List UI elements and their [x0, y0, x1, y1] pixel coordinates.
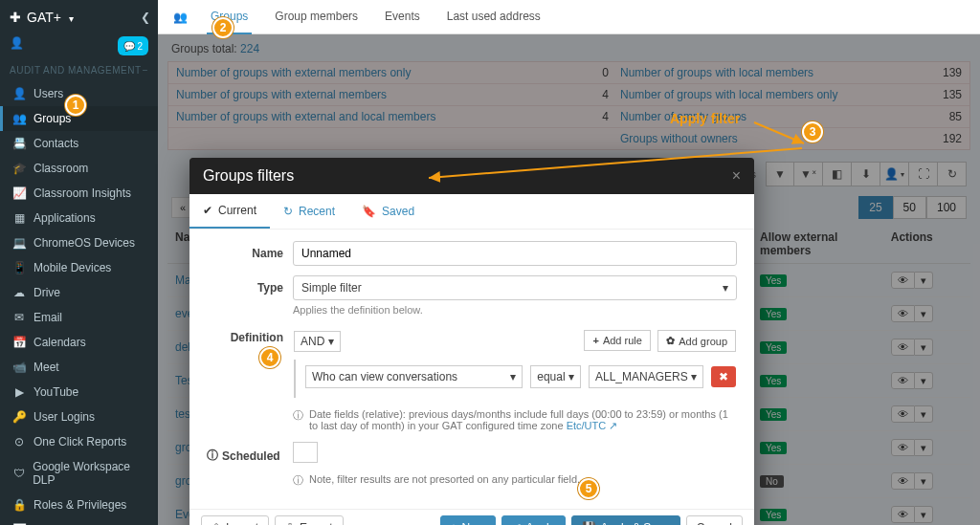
youtube-icon: ▶ — [12, 385, 26, 399]
cancel-button[interactable]: Cancel — [686, 515, 743, 525]
refresh-icon[interactable]: ↻ — [938, 162, 967, 186]
import-button[interactable]: ⇧Import — [201, 515, 269, 525]
condition-select[interactable]: AND ▾ — [294, 331, 341, 352]
groups-total-value: 224 — [240, 42, 259, 55]
view-action[interactable]: 👁 — [891, 439, 915, 456]
stat-value — [588, 132, 609, 145]
stat-link[interactable]: Number of groups with local members only — [620, 88, 837, 101]
stat-link[interactable]: Number of groups with local members — [620, 66, 813, 79]
page-size-100[interactable]: 100 — [926, 196, 967, 219]
save-icon: 💾 — [582, 521, 596, 525]
action-dropdown[interactable]: ▾ — [915, 472, 933, 490]
sidebar-item-calendars[interactable]: 📅Calendars — [0, 330, 158, 355]
sidebar-item-applications[interactable]: ▦Applications — [0, 206, 158, 230]
tab-last-used-address[interactable]: Last used address — [443, 0, 545, 34]
new-button[interactable]: +New — [440, 515, 496, 525]
sidebar-item-contacts[interactable]: 📇Contacts — [0, 131, 158, 156]
apply-save-button[interactable]: 💾Apply & Save — [571, 515, 680, 525]
add-group-button[interactable]: ✿Add group — [657, 330, 736, 352]
view-action[interactable]: 👁 — [891, 305, 915, 322]
brand-bar[interactable]: ✚ GAT+ ❮ — [0, 0, 158, 34]
apply-button[interactable]: ✔Apply — [501, 515, 566, 525]
sidebar-item-chromeos-devices[interactable]: 💻ChromeOS Devices — [0, 230, 158, 255]
scheduled-field[interactable] — [293, 442, 318, 463]
sidebar-item-label: Calendars — [33, 336, 86, 349]
sidebar-item-mobile-devices[interactable]: 📱Mobile Devices — [0, 255, 158, 280]
export-button[interactable]: ⇩Export — [275, 515, 344, 525]
tab-saved[interactable]: 🔖Saved — [348, 194, 428, 229]
action-dropdown[interactable]: ▾ — [915, 339, 933, 356]
chromeos-devices-icon: 💻 — [12, 236, 26, 250]
timezone-link[interactable]: Etc/UTC ↗ — [567, 420, 618, 431]
download-icon[interactable]: ⬇ — [852, 162, 880, 186]
stat-link[interactable]: Groups without owners — [620, 132, 738, 145]
action-dropdown[interactable]: ▾ — [915, 506, 933, 523]
col-allow-external[interactable]: Allow external members — [752, 225, 883, 264]
delete-rule-button[interactable]: ✖ — [711, 366, 736, 387]
minus-icon[interactable]: − — [143, 65, 148, 76]
stat-link[interactable]: Number of groups with external and local… — [176, 110, 435, 123]
classroom-insights-icon: 📈 — [12, 186, 26, 200]
sidebar-item-email[interactable]: ✉Email — [0, 305, 158, 330]
stat-link[interactable]: Number of groups with external members o… — [176, 66, 411, 79]
sidebar-collapse-icon[interactable]: ❮ — [141, 11, 150, 24]
view-action[interactable]: 👁 — [891, 472, 915, 490]
user-icon[interactable]: 👤 — [10, 36, 24, 55]
view-action[interactable]: 👁 — [891, 372, 915, 389]
page-size-50[interactable]: 50 — [893, 196, 926, 219]
sidebar-item-one-click-reports[interactable]: ⊙One Click Reports — [0, 429, 158, 454]
sidebar-item-google-workspace-dlp[interactable]: 🛡Google Workspace DLP — [0, 454, 158, 492]
sidebar-item-user-logins[interactable]: 🔑User Logins — [0, 405, 158, 429]
filter-icon[interactable]: ▼ — [766, 162, 794, 186]
sidebar-item-label: Email — [33, 311, 62, 324]
action-dropdown[interactable]: ▾ — [915, 439, 933, 456]
tab-current[interactable]: ✔Current — [189, 194, 270, 229]
brand-name: GAT+ — [27, 10, 61, 25]
action-dropdown[interactable]: ▾ — [915, 272, 933, 289]
close-icon[interactable]: × — [732, 167, 741, 185]
allow-badge: Yes — [760, 308, 787, 320]
one-click-reports-icon: ⊙ — [12, 435, 26, 448]
tab-recent[interactable]: ↻Recent — [270, 194, 348, 229]
chevron-down-icon: ▾ — [568, 370, 574, 383]
filter-clear-icon[interactable]: ▼ˣ — [794, 162, 823, 186]
email-icon: ✉ — [12, 311, 26, 324]
sidebar-item-meet[interactable]: 📹Meet — [0, 355, 158, 380]
action-dropdown[interactable]: ▾ — [915, 372, 933, 389]
sidebar-item-data-studio[interactable]: 📊Data Studio — [0, 517, 158, 525]
view-action[interactable]: 👁 — [891, 506, 915, 523]
stat-link[interactable]: Number of groups with external members — [176, 88, 387, 101]
action-dropdown[interactable]: ▾ — [915, 405, 933, 423]
sidebar-item-youtube[interactable]: ▶YouTube — [0, 380, 158, 405]
filter-name-input[interactable] — [293, 241, 737, 266]
rule-operator-select[interactable]: equal ▾ — [530, 365, 581, 388]
rule-value-chip[interactable]: ALL_MANAGERS ▾ — [589, 365, 703, 388]
view-action[interactable]: 👁 — [891, 272, 915, 289]
page-size-25[interactable]: 25 — [858, 196, 892, 219]
mobile-devices-icon: 📱 — [12, 261, 26, 274]
add-rule-button[interactable]: +Add rule — [584, 330, 650, 351]
expand-icon[interactable]: ⛶ — [909, 162, 938, 186]
tab-events[interactable]: Events — [381, 0, 424, 34]
sidebar-item-roles-privileges[interactable]: 🔒Roles & Privileges — [0, 492, 158, 517]
allow-badge: Yes — [760, 375, 787, 387]
sidebar-item-label: Classroom — [33, 162, 88, 175]
tab-group-members[interactable]: Group members — [271, 0, 362, 34]
view-action[interactable]: 👁 — [891, 405, 915, 423]
action-dropdown[interactable]: ▾ — [915, 305, 933, 322]
allow-badge: No — [760, 475, 784, 488]
user-dropdown-icon[interactable]: 👤 — [880, 162, 909, 186]
sidebar-item-classroom-insights[interactable]: 📈Classroom Insights — [0, 181, 158, 206]
sidebar-item-classroom[interactable]: 🎓Classroom — [0, 156, 158, 181]
sidebar-item-label: ChromeOS Devices — [33, 236, 135, 250]
brand-caret-icon — [67, 10, 74, 25]
col-actions: Actions — [883, 225, 970, 264]
sidebar-item-drive[interactable]: ☁Drive — [0, 280, 158, 305]
page-size-group: 2550100 — [858, 196, 967, 219]
rule-field-select[interactable]: Who can view conversations▾ — [305, 365, 523, 388]
filter-type-select[interactable]: Simple filter▾ — [293, 275, 737, 300]
notif-badge[interactable]: 💬2 — [118, 36, 148, 55]
view-action[interactable]: 👁 — [891, 339, 915, 356]
columns-icon[interactable]: ◧ — [823, 162, 852, 186]
annotation-marker-5: 5 — [578, 478, 599, 499]
